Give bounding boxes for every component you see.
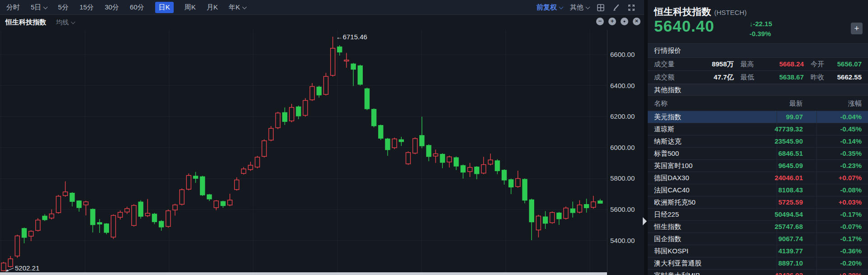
chart-horizontal-scrollbar[interactable] [0,272,607,275]
period-tab-日K[interactable]: 日K [155,2,174,13]
period-tab-5分[interactable]: 5分 [58,3,68,12]
index-last: 6846.51 [778,148,803,159]
indices-table-header: 名称 最新 涨幅 [648,96,868,111]
period-tab-15分[interactable]: 15分 [80,3,94,12]
candle [15,236,19,256]
index-row-道琼斯[interactable]: 道琼斯47739.32-0.45% [648,123,868,135]
candle [145,213,150,215]
candle [522,179,527,200]
chevron-down-icon [242,5,247,9]
index-row-美元指数[interactable]: 美元指数99.07-0.04% [648,111,868,123]
candle [63,192,67,196]
quote-value: 5662.55 [807,71,862,84]
candle [173,205,177,210]
candle [56,196,61,213]
index-row-英国富时100[interactable]: 英国富时1009645.09-0.23% [648,160,868,172]
more-dropdown[interactable]: 其他 [570,3,589,12]
candle [392,139,397,148]
period-tab-label: 分时 [6,3,20,11]
candle [228,200,232,205]
col-header-last[interactable]: 最新 [789,96,803,111]
index-name: 澳大利亚普通股 [654,257,702,269]
index-last: 25747.68 [774,221,803,233]
chart-zoom-controls: − + ✕ [596,18,640,25]
candlestick-chart[interactable]: ←6715.465202.21 [0,30,607,272]
adjust-mode-dropdown[interactable]: 前复权 [536,3,563,12]
settings-gear-icon[interactable] [621,18,628,25]
candle [84,202,88,205]
axis-tick-label: 6000.00 [610,144,635,151]
candle [166,211,171,227]
candle [406,153,410,164]
period-tab-分时[interactable]: 分时 [6,3,20,12]
brush-icon[interactable] [612,4,620,12]
candle [495,161,500,171]
index-pct: +0.28% [839,270,862,275]
period-tab-周K[interactable]: 周K [185,3,196,12]
candle [118,212,123,217]
candle [275,113,280,128]
candle [36,220,40,230]
quote-panel: 恒生科技指数(HSTECH) 5640.40 ↓-22.15 -0.39% + … [644,0,868,275]
index-name: 韩国KOSPI [654,245,688,257]
period-tab-60分[interactable]: 60分 [130,3,144,12]
index-name: 日经225 [654,209,679,220]
index-row-德国DAX30[interactable]: 德国DAX3024046.01+0.07% [648,172,868,184]
fullscreen-icon[interactable] [627,4,636,12]
layout-grid-icon[interactable] [597,4,605,12]
index-row-纳斯达克[interactable]: 纳斯达克23545.90-0.14% [648,135,868,148]
index-row-韩国KOSPI[interactable]: 韩国KOSPI4139.77-0.36% [648,245,868,257]
panel-collapse-handle[interactable] [643,217,647,225]
candle [159,221,164,227]
index-pct: -0.35% [840,148,862,159]
index-pct: -0.07% [840,221,862,233]
chart-subheader: 恒生科技指数 均线 [0,15,644,30]
period-tab-30分[interactable]: 30分 [104,3,119,12]
index-pct: -0.36% [840,245,862,257]
close-icon[interactable]: ✕ [633,18,640,25]
quote-value: 5656.07 [807,58,862,70]
period-tab-label: 5日 [31,3,41,11]
period-tab-5日[interactable]: 5日 [31,3,47,12]
axis-tick-label: 5800.00 [610,174,635,182]
axis-tick-label: 5600.00 [610,205,635,213]
candle [557,213,561,219]
period-tab-月K[interactable]: 月K [207,3,218,12]
indices-table: 美元指数99.07-0.04%道琼斯47739.32-0.45%纳斯达克2354… [648,111,868,275]
index-pct: -0.08% [840,184,862,196]
index-row-国企指数[interactable]: 国企指数9067.74-0.17% [648,233,868,245]
col-header-pct[interactable]: 涨幅 [848,96,862,111]
candle [262,141,266,157]
candle [564,208,568,219]
quote-label: 成交额 [654,71,674,84]
zoom-out-icon[interactable]: − [596,18,604,25]
candle [289,107,294,121]
index-last: 24046.01 [774,172,803,184]
index-name: 英国富时100 [654,160,693,172]
quote-label: 成交量 [654,58,674,70]
index-name: 美元指数 [654,111,681,123]
ma-overlay-dropdown[interactable]: 均线 [56,19,75,27]
candle [481,165,486,173]
candle [125,209,129,212]
last-price: 5640.40 [654,17,715,35]
index-row-欧洲斯托克50[interactable]: 欧洲斯托克505725.59+0.03% [648,196,868,209]
index-row-法国CAC40[interactable]: 法国CAC408108.43-0.08% [648,184,868,196]
candle [591,202,596,207]
index-row-日经225[interactable]: 日经22550494.54-0.17% [648,209,868,221]
candle [283,112,287,121]
index-row-澳大利亚普通股[interactable]: 澳大利亚普通股8897.10-0.20% [648,257,868,270]
period-tab-年K[interactable]: 年K [229,3,246,12]
add-to-watchlist-button[interactable]: + [851,23,863,34]
indices-section-header: 其他指数 [648,84,868,96]
index-last: 5725.59 [778,196,803,208]
index-pct: -0.23% [840,160,862,172]
candle [70,193,75,202]
index-row-标普500[interactable]: 标普5006846.51-0.35% [648,148,868,160]
zoom-in-icon[interactable]: + [608,18,616,25]
candle [255,157,260,167]
index-row-恒生指数[interactable]: 恒生指数25747.68-0.07% [648,221,868,233]
index-row-富时意大利MIB[interactable]: 富时意大利MIB43426.92+0.28% [648,270,868,275]
candle [454,158,459,166]
period-tabs: 分时5日5分15分30分60分日K周K月K年K [0,2,246,13]
